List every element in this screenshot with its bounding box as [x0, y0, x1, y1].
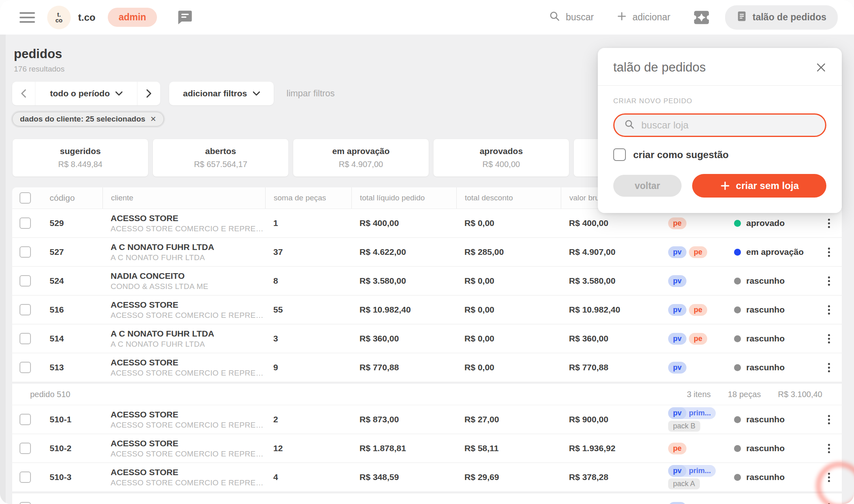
period-filter-label: todo o período	[50, 89, 110, 98]
add-button[interactable]: adicionar	[617, 11, 670, 24]
avatar[interactable]: t. co	[47, 6, 71, 29]
row-checkbox[interactable]	[20, 502, 31, 504]
add-label: adicionar	[632, 12, 670, 23]
add-filters-dropdown[interactable]: adicionar filtros	[169, 82, 274, 105]
close-icon[interactable]: ✕	[150, 115, 156, 124]
chevron-down-icon	[253, 91, 260, 96]
row-menu-button[interactable]	[826, 332, 832, 346]
net-total: R$ 770,88	[351, 363, 456, 372]
row-menu-button[interactable]	[826, 470, 832, 484]
search-icon	[549, 11, 560, 24]
store-search-input[interactable]	[640, 119, 815, 131]
tag-pv: pv	[668, 304, 686, 316]
status-dot	[734, 474, 741, 481]
pieces-sum: 3	[265, 334, 351, 343]
pieces-sum: 12	[265, 443, 351, 453]
row-checkbox[interactable]	[20, 217, 31, 229]
tags-cell: pvprim...pack A	[662, 465, 724, 489]
header-total-desconto: total desconto	[456, 187, 561, 209]
back-button[interactable]: voltar	[613, 175, 682, 197]
status-dot	[734, 416, 741, 423]
brand-name: t.co	[78, 12, 96, 23]
create-without-store-button[interactable]: criar sem loja	[692, 174, 826, 198]
client-company: ACESSO STORE COMERCIO E REPRE…	[111, 450, 265, 458]
row-menu-button[interactable]	[826, 216, 832, 230]
search-button[interactable]: buscar	[549, 11, 594, 24]
plus-icon	[617, 11, 627, 24]
summary-card[interactable]: abertos R$ 657.564,17	[152, 139, 289, 177]
close-icon[interactable]	[816, 62, 826, 73]
row-checkbox[interactable]	[20, 471, 31, 483]
status-dot	[734, 306, 741, 313]
period-prev-button[interactable]	[12, 82, 35, 105]
menu-icon[interactable]	[20, 12, 35, 23]
chat-icon[interactable]	[176, 9, 194, 26]
status-label: em aprovação	[746, 247, 804, 257]
gross-value: R$ 3.580,00	[561, 276, 662, 286]
tag-pe: pe	[689, 246, 707, 258]
discount-total: R$ 29,69	[456, 472, 561, 482]
ticket-star-icon[interactable]	[693, 9, 710, 26]
order-code: 510-1	[41, 415, 102, 424]
row-menu-button[interactable]	[826, 245, 832, 259]
status-dot	[734, 364, 741, 371]
suggestion-checkbox[interactable]	[613, 148, 626, 161]
tag-pe: pe	[668, 443, 686, 454]
status-dot	[734, 278, 741, 285]
tag-pack: pack A	[668, 478, 700, 489]
group-total: R$ 3.100,40	[778, 390, 822, 399]
row-menu-button[interactable]	[826, 441, 832, 456]
period-filter-dropdown[interactable]: todo o período	[35, 82, 137, 105]
row-menu-button[interactable]	[826, 501, 832, 504]
client-name: ANDREA BOUTIQUE	[111, 502, 265, 504]
row-checkbox[interactable]	[20, 443, 31, 454]
create-as-suggestion-option[interactable]: criar como sugestão	[613, 148, 826, 161]
tags-cell: pv	[662, 502, 724, 504]
table-row: 513 ACESSO STORE ACESSO STORE COMERCIO E…	[12, 353, 842, 382]
row-menu-button[interactable]	[826, 413, 832, 427]
summary-card[interactable]: sugeridos R$ 8.449,84	[12, 139, 148, 177]
table-row: 508 ANDREA BOUTIQUE 26 R$ 2.529,95 R$ 27…	[12, 493, 842, 504]
net-total: R$ 1.878,81	[351, 443, 456, 453]
table-row: 510-1 ACESSO STORE ACESSO STORE COMERCIO…	[12, 405, 842, 434]
order-code: 524	[41, 276, 102, 286]
row-checkbox[interactable]	[20, 362, 31, 373]
gross-value: R$ 400,00	[561, 218, 662, 228]
order-pad-button[interactable]: talão de pedidos	[725, 5, 838, 30]
select-all-checkbox[interactable]	[20, 192, 31, 204]
row-menu-button[interactable]	[826, 274, 832, 288]
tag-pe: pe	[689, 304, 707, 316]
search-label: buscar	[566, 12, 594, 23]
add-filters-label: adicionar filtros	[183, 89, 247, 98]
row-checkbox[interactable]	[20, 246, 31, 258]
client-filter-chip[interactable]: dados do cliente: 25 selecionados ✕	[12, 112, 164, 126]
status-label: rascunho	[746, 334, 785, 343]
period-filter-group: todo o período	[12, 82, 160, 105]
tags-cell: pv	[662, 275, 724, 287]
tag-pack: pack B	[668, 421, 700, 432]
admin-badge: admin	[108, 8, 157, 27]
row-menu-button[interactable]	[826, 303, 832, 317]
summary-card[interactable]: em aprovação R$ 4.907,00	[293, 139, 429, 177]
row-checkbox[interactable]	[20, 275, 31, 287]
row-checkbox[interactable]	[20, 414, 31, 425]
period-next-button[interactable]	[137, 82, 160, 105]
order-pad-label: talão de pedidos	[753, 12, 826, 23]
status-label: rascunho	[746, 363, 785, 372]
row-checkbox[interactable]	[20, 304, 31, 315]
client-company: A C NONATO FUHR LTDA	[111, 253, 265, 262]
tag-pv: pv	[668, 465, 686, 477]
client-name: ACESSO STORE	[111, 439, 265, 448]
status-label: aprovado	[746, 218, 785, 228]
net-total: R$ 3.580,00	[351, 276, 456, 286]
table-row: 527 A C NONATO FUHR LTDA A C NONATO FUHR…	[12, 237, 842, 266]
row-menu-button[interactable]	[826, 361, 832, 375]
summary-card[interactable]: aprovados R$ 400,00	[433, 139, 569, 177]
search-icon	[624, 119, 635, 131]
card-value: R$ 657.564,17	[194, 160, 247, 169]
clear-filters-link[interactable]: limpar filtros	[287, 88, 335, 99]
app-window: t. co t.co admin buscar adicionar talão …	[0, 0, 854, 504]
topbar: t. co t.co admin buscar adicionar talão …	[0, 0, 854, 35]
row-checkbox[interactable]	[20, 333, 31, 344]
card-value: R$ 400,00	[482, 160, 520, 169]
